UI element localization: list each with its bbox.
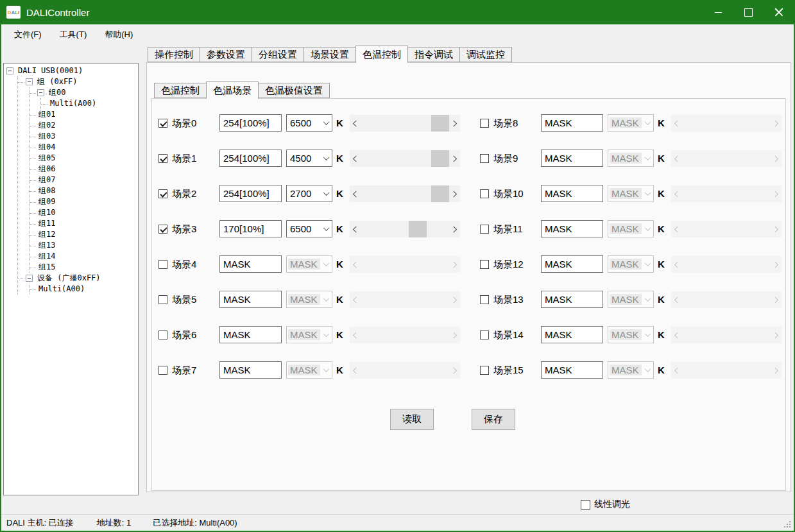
- scene-scrollbar[interactable]: [671, 115, 782, 132]
- scroll-track[interactable]: [361, 291, 449, 308]
- scroll-track[interactable]: [361, 150, 449, 167]
- minimize-button[interactable]: [703, 0, 733, 24]
- scroll-track[interactable]: [682, 185, 771, 202]
- device-tree[interactable]: DALI USB(0001)组 (0xFF)组00Multi(A00)组01组0…: [3, 63, 139, 495]
- collapse-icon[interactable]: [6, 67, 13, 74]
- scroll-right-icon[interactable]: [771, 221, 782, 237]
- tab-1[interactable]: 参数设置: [200, 47, 252, 62]
- scroll-right-icon[interactable]: [449, 291, 460, 308]
- scroll-right-icon[interactable]: [449, 115, 460, 132]
- scene-level-input[interactable]: [219, 220, 282, 237]
- scene-scrollbar[interactable]: [671, 327, 782, 343]
- tab-6[interactable]: 调试监控: [459, 47, 512, 62]
- scene-level-input[interactable]: [219, 326, 282, 343]
- menu-item[interactable]: 帮助(H): [96, 24, 142, 45]
- scene-checkbox[interactable]: [158, 366, 167, 375]
- scene-level-input[interactable]: [219, 114, 282, 132]
- scene-scrollbar[interactable]: [671, 256, 782, 273]
- scroll-left-icon[interactable]: [350, 150, 361, 167]
- scene-level-input[interactable]: [219, 361, 282, 379]
- scene-temp-select[interactable]: MASK: [608, 114, 654, 132]
- scene-scrollbar[interactable]: [350, 150, 460, 167]
- scroll-left-icon[interactable]: [350, 185, 361, 202]
- scene-checkbox[interactable]: [158, 330, 167, 339]
- tree-node[interactable]: 组12: [30, 229, 138, 240]
- scene-level-input[interactable]: [541, 326, 603, 343]
- scene-checkbox[interactable]: [158, 260, 167, 269]
- scene-temp-select[interactable]: MASK: [608, 361, 654, 379]
- scroll-right-icon[interactable]: [771, 185, 782, 202]
- scroll-left-icon[interactable]: [350, 256, 361, 273]
- scene-scrollbar[interactable]: [350, 221, 460, 237]
- scene-scrollbar[interactable]: [671, 221, 782, 237]
- tree-node[interactable]: 组07: [30, 175, 138, 185]
- tree-node[interactable]: 组15: [30, 262, 138, 273]
- scroll-right-icon[interactable]: [771, 150, 782, 167]
- scene-level-input[interactable]: [219, 291, 282, 308]
- scroll-right-icon[interactable]: [449, 221, 460, 237]
- scene-scrollbar[interactable]: [350, 327, 460, 343]
- tree-node[interactable]: 组 (0xFF): [18, 76, 138, 87]
- tree-node[interactable]: 组09: [30, 196, 138, 207]
- scroll-right-icon[interactable]: [771, 256, 782, 273]
- scroll-left-icon[interactable]: [671, 256, 682, 273]
- scene-scrollbar[interactable]: [671, 291, 782, 308]
- scene-checkbox[interactable]: [158, 225, 167, 234]
- scroll-thumb[interactable]: [409, 221, 427, 237]
- tree-node[interactable]: 组00: [30, 87, 138, 98]
- subtab-2[interactable]: 色温极值设置: [258, 83, 330, 98]
- scene-temp-select[interactable]: 4500: [286, 150, 332, 167]
- linear-dimming-checkbox[interactable]: [581, 500, 590, 510]
- tree-node[interactable]: 组11: [30, 218, 138, 229]
- scene-scrollbar[interactable]: [350, 185, 460, 202]
- scene-level-input[interactable]: [541, 361, 603, 379]
- scroll-track[interactable]: [682, 256, 771, 273]
- close-button[interactable]: [764, 0, 794, 24]
- scene-checkbox[interactable]: [480, 154, 489, 163]
- scene-level-input[interactable]: [219, 255, 282, 273]
- collapse-icon[interactable]: [26, 78, 33, 85]
- collapse-icon[interactable]: [37, 89, 44, 96]
- scroll-right-icon[interactable]: [771, 327, 782, 343]
- scene-checkbox[interactable]: [480, 295, 489, 304]
- scroll-left-icon[interactable]: [350, 291, 361, 308]
- scene-scrollbar[interactable]: [350, 362, 460, 379]
- scroll-right-icon[interactable]: [771, 115, 782, 132]
- scroll-track[interactable]: [361, 185, 449, 202]
- scroll-right-icon[interactable]: [449, 185, 460, 202]
- scene-scrollbar[interactable]: [671, 185, 782, 202]
- save-button[interactable]: 保存: [472, 409, 515, 430]
- scene-temp-select[interactable]: MASK: [286, 326, 332, 343]
- tab-3[interactable]: 场景设置: [303, 47, 356, 62]
- scene-checkbox[interactable]: [158, 189, 167, 198]
- scroll-left-icon[interactable]: [671, 327, 682, 343]
- scroll-track[interactable]: [361, 221, 449, 237]
- scene-temp-select[interactable]: MASK: [608, 185, 654, 202]
- scene-scrollbar[interactable]: [350, 115, 460, 132]
- scroll-left-icon[interactable]: [350, 327, 361, 343]
- scroll-left-icon[interactable]: [671, 115, 682, 132]
- scroll-left-icon[interactable]: [350, 115, 361, 132]
- scene-level-input[interactable]: [219, 185, 282, 202]
- tree-node[interactable]: 组10: [30, 207, 138, 218]
- scroll-track[interactable]: [682, 115, 771, 132]
- scroll-right-icon[interactable]: [449, 256, 460, 273]
- scroll-left-icon[interactable]: [350, 221, 361, 237]
- tree-node[interactable]: 组13: [30, 240, 138, 251]
- scene-temp-select[interactable]: MASK: [286, 361, 332, 379]
- scene-temp-select[interactable]: MASK: [608, 255, 654, 273]
- scene-temp-select[interactable]: MASK: [608, 326, 654, 343]
- tab-5[interactable]: 指令调试: [407, 47, 460, 62]
- tree-node[interactable]: 组06: [30, 164, 138, 175]
- scene-temp-select[interactable]: MASK: [608, 291, 654, 308]
- scene-checkbox[interactable]: [480, 189, 489, 198]
- scroll-right-icon[interactable]: [771, 362, 782, 379]
- scroll-track[interactable]: [361, 115, 449, 132]
- scroll-left-icon[interactable]: [671, 185, 682, 202]
- scroll-track[interactable]: [361, 327, 449, 343]
- scene-scrollbar[interactable]: [671, 150, 782, 167]
- scene-checkbox[interactable]: [480, 330, 489, 339]
- scroll-track[interactable]: [682, 327, 771, 343]
- scroll-track[interactable]: [682, 362, 771, 379]
- scene-scrollbar[interactable]: [350, 291, 460, 308]
